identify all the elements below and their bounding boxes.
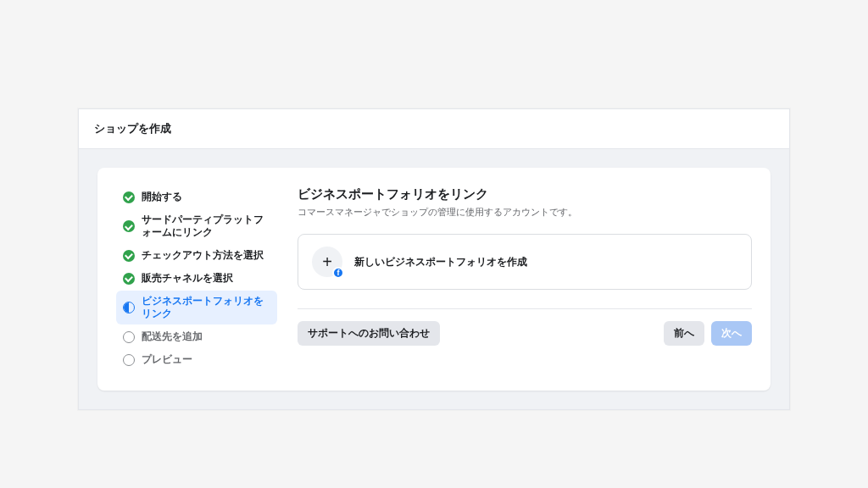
- step-label: 開始する: [142, 191, 182, 203]
- facebook-badge-icon: f: [332, 267, 344, 279]
- step-sales-channel[interactable]: 販売チャネルを選択: [116, 268, 277, 289]
- step-checkout[interactable]: チェックアウト方法を選択: [116, 245, 277, 266]
- check-icon: [123, 191, 135, 203]
- option-icon-wrap: + f: [312, 247, 342, 277]
- body-area: 開始する サードパーティプラットフォームにリンク チェックアウト方法を選択 販売…: [79, 149, 789, 409]
- circle-icon: [123, 354, 135, 366]
- content-card: 開始する サードパーティプラットフォームにリンク チェックアウト方法を選択 販売…: [97, 168, 771, 391]
- option-label: 新しいビジネスポートフォリオを作成: [354, 255, 527, 269]
- divider: [298, 308, 752, 309]
- next-button[interactable]: 次へ: [711, 321, 752, 346]
- step-platform-link[interactable]: サードパーティプラットフォームにリンク: [116, 209, 277, 243]
- back-button[interactable]: 前へ: [664, 321, 704, 346]
- check-icon: [123, 220, 135, 232]
- check-icon: [123, 250, 135, 262]
- app-frame: ショップを作成 開始する サードパーティプラットフォームにリンク チェックアウト…: [78, 108, 790, 410]
- step-label: プレビュー: [142, 353, 192, 366]
- step-preview[interactable]: プレビュー: [116, 349, 277, 370]
- step-label: サードパーティプラットフォームにリンク: [142, 214, 270, 239]
- main-subtitle: コマースマネージャでショップの管理に使用するアカウントです。: [298, 206, 752, 219]
- support-button[interactable]: サポートへのお問い合わせ: [298, 321, 440, 346]
- steps-sidebar: 開始する サードパーティプラットフォームにリンク チェックアウト方法を選択 販売…: [116, 186, 277, 372]
- main-title: ビジネスポートフォリオをリンク: [298, 186, 752, 202]
- footer-row: サポートへのお問い合わせ 前へ 次へ: [298, 321, 752, 346]
- step-business-portfolio[interactable]: ビジネスポートフォリオをリンク: [116, 291, 277, 324]
- check-icon: [123, 273, 135, 285]
- circle-icon: [123, 331, 135, 343]
- step-shipping[interactable]: 配送先を追加: [116, 326, 277, 347]
- step-label: 配送先を追加: [142, 330, 203, 343]
- page-background: ショップを作成 開始する サードパーティプラットフォームにリンク チェックアウト…: [0, 0, 868, 488]
- step-label: 販売チャネルを選択: [142, 272, 233, 285]
- footer-right: 前へ 次へ: [664, 321, 752, 346]
- page-title: ショップを作成: [94, 121, 774, 136]
- create-portfolio-option[interactable]: + f 新しいビジネスポートフォリオを作成: [298, 234, 752, 290]
- half-circle-icon: [123, 302, 135, 313]
- main-content: ビジネスポートフォリオをリンク コマースマネージャでショップの管理に使用するアカ…: [298, 186, 752, 372]
- step-start[interactable]: 開始する: [116, 186, 277, 208]
- step-label: チェックアウト方法を選択: [142, 249, 264, 262]
- step-label: ビジネスポートフォリオをリンク: [142, 295, 270, 320]
- header-bar: ショップを作成: [79, 109, 789, 149]
